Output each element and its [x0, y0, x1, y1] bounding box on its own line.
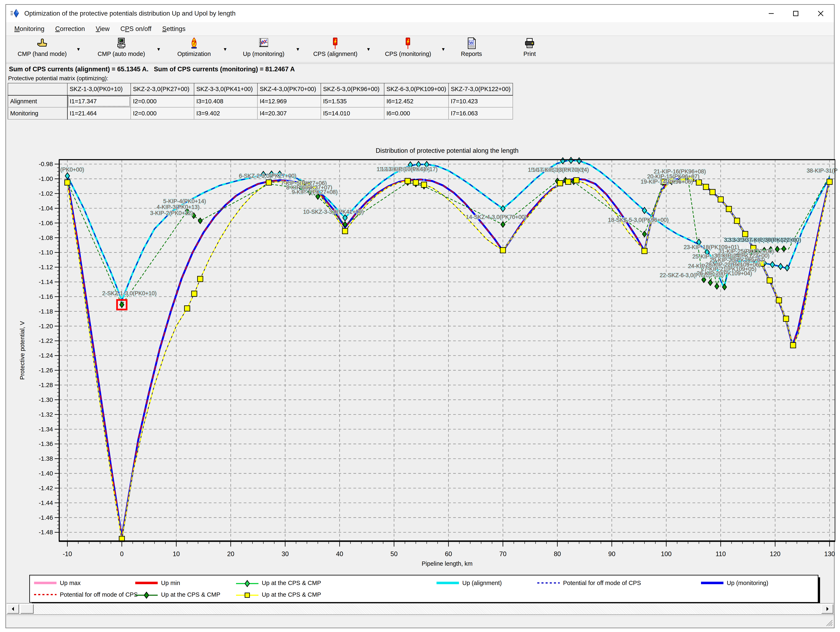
menu-item-correction[interactable]: Correction [50, 24, 90, 34]
protective-potential-matrix[interactable]: SKZ-1-3,0(PK0+10)SKZ-2-3,0(PK27+00)SKZ-3… [8, 83, 513, 120]
toolbar-button-cps-alignment-[interactable]: CPS (alignment) [305, 37, 365, 61]
dropdown-arrow-icon[interactable]: ▾ [297, 46, 299, 52]
resize-grip-icon[interactable] [824, 618, 833, 626]
menu-item-view[interactable]: View [90, 24, 115, 34]
svg-text:40: 40 [336, 550, 343, 558]
matrix-cell[interactable]: I6=12.452 [384, 95, 448, 107]
word-doc-icon: W [453, 37, 490, 50]
toolbar-button-cmp-auto-mode-[interactable]: CMP (auto mode) [87, 37, 156, 61]
status-bar [6, 616, 834, 628]
matrix-cell[interactable]: I5=14.010 [321, 107, 384, 119]
close-button[interactable] [809, 5, 832, 22]
menu-bar: MonitoringCorrectionViewCPS on/offSettin… [6, 22, 834, 36]
matrix-cell[interactable]: I7=16.063 [448, 107, 513, 119]
scroll-right-button[interactable] [821, 604, 833, 614]
close-icon [817, 10, 824, 17]
toolbar-button-label: Print [513, 51, 546, 57]
svg-text:-1.00: -1.00 [39, 175, 53, 182]
legend-label: Up at the CPS & CMP [161, 591, 220, 598]
toolbar-button-print[interactable]: Print [513, 37, 546, 61]
toolbar-button-reports[interactable]: WReports [453, 37, 490, 61]
toolbar-button-label: Optimization [166, 51, 222, 57]
dropdown-arrow-icon[interactable]: ▾ [77, 46, 80, 52]
computer-icon [87, 37, 156, 50]
toolbar-button-label: CMP (hand mode) [9, 51, 76, 57]
matrix-header-row: SKZ-1-3,0(PK0+10)SKZ-2-3,0(PK27+00)SKZ-3… [8, 83, 513, 95]
potential-distribution-chart[interactable]: (PK0+00)2-SKZ-1-3,0(PK0+10)3-KIP-2(PK0+1… [12, 127, 840, 573]
legend-item-up-at-the-cps-cmp: Up at the CPS & CMP [135, 591, 220, 599]
matrix-cell[interactable]: I6=0.000 [384, 107, 448, 119]
menu-item-cps-on-off[interactable]: CPS on/off [115, 24, 157, 34]
svg-text:-1.46: -1.46 [39, 514, 53, 521]
matrix-column-header: SKZ-5-3,0(PK96+00) [321, 83, 384, 95]
title-bar: Optimization of the protective potential… [6, 5, 834, 22]
svg-text:W: W [469, 41, 473, 45]
matrix-cell[interactable]: I7=10.423 [448, 95, 513, 107]
matrix-cell[interactable]: I5=1.535 [321, 95, 384, 107]
chart-title: Distribution of protective potential alo… [376, 147, 519, 154]
matrix-cell[interactable]: I4=12.969 [257, 95, 321, 107]
toolbar: CMP (hand mode)▾CMP (auto mode)▾?Optimiz… [6, 36, 834, 63]
legend-item-up-at-the-cps-cmp: Up at the CPS & CMP [235, 579, 321, 587]
toolbar-button-up-monitoring-[interactable]: Up (monitoring) [232, 37, 295, 61]
svg-text:-1.44: -1.44 [39, 499, 53, 506]
legend-label: Up at the CPS & CMP [262, 580, 321, 586]
legend-label: Up max [60, 580, 81, 586]
matrix-cell[interactable]: I3=10.408 [194, 95, 257, 107]
toolbar-button-label: Up (monitoring) [232, 51, 295, 57]
matrix-cell[interactable]: I1=17.347 [67, 95, 131, 107]
legend-label: Up (alignment) [462, 580, 502, 586]
svg-text:110: 110 [715, 550, 726, 558]
matrix-cell[interactable]: I3=9.402 [194, 107, 257, 119]
svg-text:80: 80 [554, 550, 561, 558]
matrix-column-header: SKZ-1-3,0(PK0+10) [67, 83, 131, 95]
window-title: Optimization of the protective potential… [24, 10, 235, 17]
arrow-left-icon [11, 607, 15, 611]
chart-legend: Up maxUp minUp at the CPS & CMPUp (align… [29, 575, 818, 603]
svg-text:21-KIP-16(PK96+08): 21-KIP-16(PK96+08) [654, 168, 706, 175]
app-icon [10, 9, 20, 19]
horizontal-scrollbar[interactable] [6, 603, 834, 615]
menu-item-settings[interactable]: Settings [157, 24, 191, 34]
matrix-caption: Protective potential matrix (optimizing)… [8, 75, 108, 82]
minimize-icon [768, 10, 775, 17]
svg-text:17-KIP-13(PK70+14): 17-KIP-13(PK70+14) [537, 167, 589, 173]
matrix-cell[interactable]: I2=0.000 [131, 95, 194, 107]
svg-text:-1.30: -1.30 [39, 396, 53, 403]
toolbar-button-cps-monitoring-[interactable]: CPS (monitoring) [376, 37, 440, 61]
svg-text:-1.32: -1.32 [39, 411, 53, 418]
svg-text:-1.24: -1.24 [39, 352, 53, 359]
chart-svg: (PK0+00)2-SKZ-1-3,0(PK0+10)3-KIP-2(PK0+1… [12, 127, 840, 573]
toolbar-button-cmp-hand-mode-[interactable]: CMP (hand mode) [9, 37, 76, 61]
svg-text:-1.20: -1.20 [39, 323, 53, 329]
toolbar-button-optimization[interactable]: ?Optimization [166, 37, 222, 61]
printer-icon [513, 37, 546, 50]
dropdown-arrow-icon[interactable]: ▾ [224, 46, 226, 52]
matrix-column-header: SKZ-2-3,0(PK27+00) [131, 83, 194, 95]
dropdown-arrow-icon[interactable]: ▾ [442, 46, 445, 52]
svg-text:3-KIP-2(PK0+12): 3-KIP-2(PK0+12) [150, 210, 193, 216]
matrix-cell[interactable]: I1=21.464 [67, 107, 131, 119]
maximize-button[interactable] [784, 5, 807, 22]
dropdown-arrow-icon[interactable]: ▾ [367, 46, 370, 52]
matrix-row-label: Monitoring [8, 107, 67, 119]
menu-item-monitoring[interactable]: Monitoring [9, 24, 50, 34]
scrollbar-thumb[interactable] [21, 604, 34, 614]
legend-label: Potential for off mode of CPS [60, 591, 138, 598]
legend-swatch-icon [135, 591, 158, 598]
matrix-cell[interactable]: I4=20.307 [257, 107, 321, 119]
scroll-left-button[interactable] [7, 604, 19, 614]
svg-text:30: 30 [281, 550, 289, 558]
toolbar-button-label: CMP (auto mode) [87, 51, 156, 57]
matrix-cell[interactable]: I2=0.000 [131, 107, 194, 119]
svg-text:18-SKZ-5-3,0(PK96+00): 18-SKZ-5-3,0(PK96+00) [608, 217, 669, 223]
chart-icon [232, 37, 295, 50]
x-axis-title: Pipeline length, km [422, 560, 472, 567]
svg-text:130: 130 [824, 550, 835, 558]
y-axis-title: Protective potential, V [19, 321, 25, 380]
svg-text:4-KIP-3(PK0+13): 4-KIP-3(PK0+13) [157, 204, 199, 210]
svg-text:9-KIP-7(PK27+08): 9-KIP-7(PK27+08) [292, 189, 338, 195]
dropdown-arrow-icon[interactable]: ▾ [157, 46, 160, 52]
matrix-row-alignment: AlignmentI1=17.347I2=0.000I3=10.408I4=12… [8, 95, 513, 107]
minimize-button[interactable] [759, 5, 783, 22]
